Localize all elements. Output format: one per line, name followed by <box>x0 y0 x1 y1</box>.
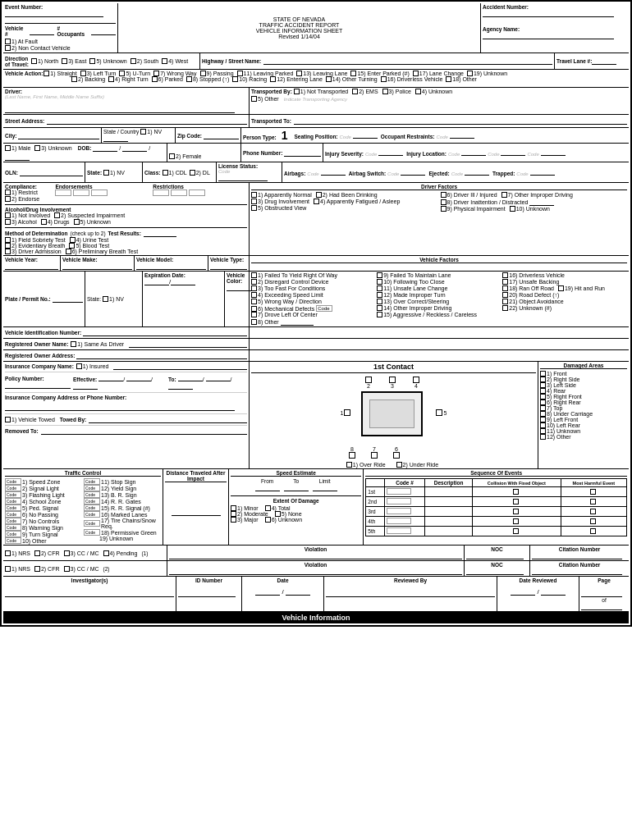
vf5-cb[interactable] <box>251 299 257 304</box>
seq-harmful-4[interactable] <box>590 518 596 524</box>
vf2-cb[interactable] <box>251 279 257 285</box>
nv-oln-cb[interactable] <box>103 170 109 176</box>
left-turn-cb[interactable] <box>80 71 86 76</box>
vf22-cb[interactable] <box>502 305 508 311</box>
df6-cb[interactable] <box>441 192 447 198</box>
south-cb[interactable] <box>131 58 136 64</box>
endorse-cb[interactable] <box>5 196 11 202</box>
restrict-cb[interactable] <box>5 189 11 195</box>
da10-cb[interactable] <box>540 422 546 428</box>
vf18-cb[interactable] <box>502 285 508 291</box>
seq-collision-5[interactable] <box>513 528 519 534</box>
contact-1-cb[interactable] <box>344 409 350 416</box>
da6-cb[interactable] <box>540 399 546 405</box>
df4-cb[interactable] <box>314 199 319 204</box>
vf9-cb[interactable] <box>377 272 382 278</box>
unknown-dir-cb[interactable] <box>89 58 95 64</box>
east-cb[interactable] <box>62 58 67 64</box>
vf12-cb[interactable] <box>377 292 382 298</box>
contact-4-cb[interactable] <box>413 377 419 383</box>
right-turn-cb[interactable] <box>108 76 114 82</box>
contact-2-cb[interactable] <box>365 377 372 383</box>
contact-5-cb[interactable] <box>436 409 442 416</box>
contact-3-cb[interactable] <box>389 377 396 383</box>
insured-cb[interactable] <box>76 363 82 369</box>
west-cb[interactable] <box>162 58 167 64</box>
not-involved-cb[interactable] <box>5 212 11 218</box>
restrict-code-1[interactable] <box>153 189 169 196</box>
da9-cb[interactable] <box>540 417 546 422</box>
unknown-gender-cb[interactable] <box>34 145 40 151</box>
seq-harmful-1[interactable] <box>590 489 596 495</box>
leaving-lane-cb[interactable] <box>296 71 302 76</box>
cfr1-cb[interactable] <box>34 550 40 556</box>
contact-6-cb[interactable] <box>393 452 400 459</box>
vf8-cb[interactable] <box>251 319 257 325</box>
da12-cb[interactable] <box>540 434 546 440</box>
lane-change-cb[interactable] <box>413 71 419 76</box>
endorse-code-3[interactable] <box>91 189 108 196</box>
other-action-cb[interactable] <box>446 76 451 82</box>
vf6-cb[interactable] <box>251 306 257 312</box>
police-cb[interactable] <box>382 89 388 94</box>
other-turning-cb[interactable] <box>326 76 332 82</box>
vf4-cb[interactable] <box>251 292 257 298</box>
df10-cb[interactable] <box>510 206 515 212</box>
same-driver-cb[interactable] <box>71 341 76 347</box>
df7-cb[interactable] <box>501 192 507 198</box>
under-ride-cb[interactable] <box>396 462 402 468</box>
vf19-cb[interactable] <box>558 285 564 291</box>
vf13-cb[interactable] <box>377 299 382 304</box>
at-fault-cb[interactable] <box>5 39 11 44</box>
north-cb[interactable] <box>31 58 37 64</box>
unknown-alc-cb[interactable] <box>74 219 80 225</box>
no-contact-cb[interactable] <box>5 45 11 51</box>
seq-code-1[interactable] <box>387 488 411 495</box>
seq-collision-3[interactable] <box>513 509 519 514</box>
unknown-trans-cb[interactable] <box>415 89 421 94</box>
not-transported-cb[interactable] <box>294 89 300 94</box>
cfr2-cb[interactable] <box>34 566 40 572</box>
blood-cb[interactable] <box>69 243 75 249</box>
passing-cb[interactable] <box>200 71 206 76</box>
df8-cb[interactable] <box>441 199 447 205</box>
df9-cb[interactable] <box>441 206 447 212</box>
seq-code-5[interactable] <box>387 527 411 534</box>
contact-7-cb[interactable] <box>371 452 378 459</box>
nrs2-cb[interactable] <box>5 566 11 572</box>
da5-cb[interactable] <box>540 394 546 399</box>
seq-collision-2[interactable] <box>513 499 519 504</box>
df3-cb[interactable] <box>251 199 257 204</box>
straight-cb[interactable] <box>44 71 49 76</box>
minor-cb[interactable] <box>231 505 236 511</box>
mech-code[interactable]: Code <box>316 305 332 312</box>
restrict-code-3[interactable] <box>189 189 205 196</box>
driverless-cb[interactable] <box>381 76 387 82</box>
over-ride-cb[interactable] <box>346 462 352 468</box>
enter-parked-cb[interactable] <box>350 71 356 76</box>
ems-cb[interactable] <box>352 89 358 94</box>
mc1-cb[interactable] <box>64 550 70 556</box>
uturn-cb[interactable] <box>119 71 125 76</box>
vf21-cb[interactable] <box>502 299 508 304</box>
seq-code-3[interactable] <box>387 508 411 514</box>
da2-cb[interactable] <box>540 377 546 382</box>
da11-cb[interactable] <box>540 428 546 434</box>
dl-cb[interactable] <box>190 170 195 176</box>
da1-cb[interactable] <box>540 371 546 377</box>
unknown-action-cb[interactable] <box>467 71 473 76</box>
none-cb[interactable] <box>275 511 281 517</box>
da7-cb[interactable] <box>540 405 546 411</box>
vf16-cb[interactable] <box>502 272 508 278</box>
seq-code-2[interactable] <box>387 498 411 504</box>
da3-cb[interactable] <box>540 382 546 388</box>
urine-cb[interactable] <box>70 237 76 243</box>
seq-harmful-3[interactable] <box>590 509 596 514</box>
seq-collision-1[interactable] <box>513 489 519 495</box>
seq-harmful-2[interactable] <box>590 499 596 504</box>
prelim-breath-cb[interactable] <box>66 249 71 254</box>
evid-breath-cb[interactable] <box>5 243 11 249</box>
female-cb[interactable] <box>169 153 175 159</box>
vf11-cb[interactable] <box>377 285 382 291</box>
nv-plate-cb[interactable] <box>103 296 108 302</box>
